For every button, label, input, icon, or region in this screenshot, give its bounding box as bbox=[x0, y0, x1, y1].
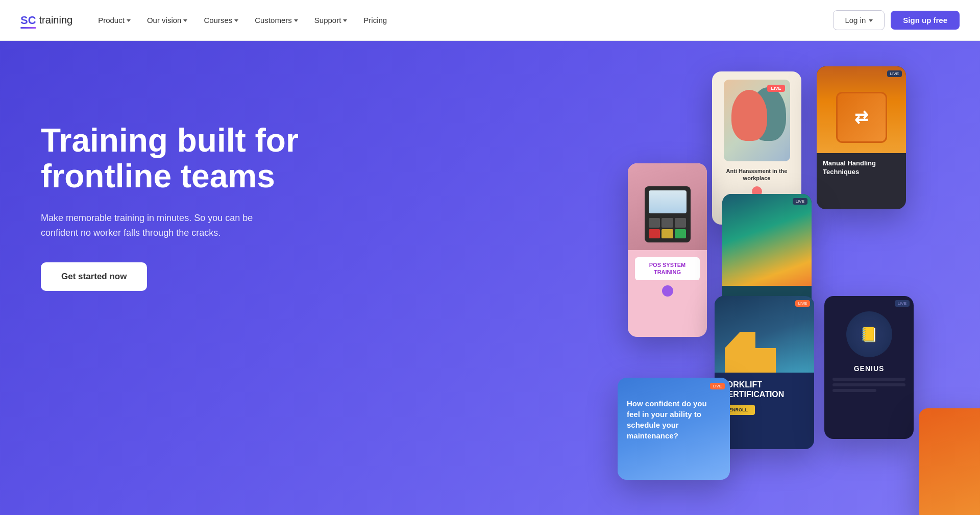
logo[interactable]: SC training bbox=[20, 14, 72, 27]
pos-keypad bbox=[649, 218, 687, 238]
card-pos-dot bbox=[662, 285, 673, 297]
card-warehouse-badge: LIVE bbox=[793, 198, 807, 205]
hero-subtitle: Make memorable training in minutes. So y… bbox=[41, 211, 265, 240]
hero-content: Training built for frontline teams Make … bbox=[41, 92, 327, 291]
head-silhouette-left bbox=[731, 90, 767, 141]
chevron-down-icon bbox=[234, 19, 238, 22]
nav-links: Product Our vision Courses Customers Sup… bbox=[91, 12, 394, 29]
card-quiz-badge: LIVE bbox=[710, 383, 725, 389]
pos-screen bbox=[649, 190, 687, 213]
card-genius-line bbox=[832, 378, 905, 381]
card-pos-system: DRAFT POS SYSTEM TRAINING bbox=[628, 163, 707, 337]
signup-button[interactable]: Sign up free bbox=[891, 11, 960, 30]
card-quiz: LIVE How confident do you feel in your a… bbox=[618, 378, 730, 480]
nav-item-our-vision[interactable]: Our vision bbox=[140, 12, 195, 29]
card-extra bbox=[919, 408, 980, 515]
chevron-down-icon bbox=[294, 19, 298, 22]
get-started-button[interactable]: Get started now bbox=[41, 262, 147, 291]
card-forklift-title: FORKLIFT CERTIFICATION bbox=[722, 380, 807, 399]
chevron-down-icon bbox=[127, 19, 131, 22]
nav-item-product[interactable]: Product bbox=[91, 12, 138, 29]
pos-key bbox=[675, 218, 687, 228]
chevron-down-icon bbox=[869, 19, 873, 22]
notebook-icon: 📒 bbox=[860, 326, 878, 343]
hero-cards: LIVE Anti Harassment in the workplace ⇄ … bbox=[623, 51, 980, 515]
card-genius: LIVE 📒 GENIUS bbox=[824, 296, 914, 439]
card-genius-lines bbox=[824, 373, 914, 400]
card-warehouse-photo: LIVE bbox=[722, 194, 812, 286]
card-pos-bottom: POS SYSTEM TRAINING bbox=[628, 250, 707, 304]
card-pos-photo bbox=[628, 163, 707, 250]
pos-key bbox=[662, 218, 673, 228]
pos-key-green bbox=[675, 229, 687, 239]
card-genius-line bbox=[832, 383, 905, 386]
card-anti-harassment-badge: LIVE bbox=[767, 85, 785, 92]
navbar: SC training Product Our vision Courses C… bbox=[0, 0, 980, 41]
pos-key-yellow bbox=[662, 229, 673, 239]
nav-item-customers[interactable]: Customers bbox=[248, 12, 305, 29]
nav-item-pricing[interactable]: Pricing bbox=[356, 12, 394, 29]
forklift-shape bbox=[725, 332, 776, 373]
card-genius-line bbox=[832, 389, 876, 392]
card-genius-badge: LIVE bbox=[895, 300, 910, 307]
pos-key-red bbox=[649, 229, 660, 239]
card-pos-title: POS SYSTEM TRAINING bbox=[635, 257, 700, 280]
nav-item-support[interactable]: Support bbox=[307, 12, 355, 29]
card-manual-handling-badge: LIVE bbox=[887, 70, 902, 77]
chevron-down-icon bbox=[183, 19, 187, 22]
arrow-icon: ⇄ bbox=[854, 108, 868, 127]
pos-terminal bbox=[645, 186, 691, 242]
card-anti-harassment-title: Anti Harassment in the workplace bbox=[718, 167, 795, 182]
logo-underline bbox=[20, 27, 36, 29]
login-button[interactable]: Log in bbox=[833, 10, 885, 30]
logo-sc: SC bbox=[20, 14, 36, 27]
hero-title: Training built for frontline teams bbox=[41, 122, 327, 194]
card-forklift-badge: LIVE bbox=[795, 300, 810, 307]
pos-key bbox=[649, 218, 660, 228]
card-genius-title: GENIUS bbox=[824, 364, 914, 373]
hero-section: Training built for frontline teams Make … bbox=[0, 41, 980, 515]
card-forklift-photo: LIVE bbox=[715, 296, 814, 373]
navbar-left: SC training Product Our vision Courses C… bbox=[20, 12, 394, 29]
card-manual-handling: ⇄ LIVE Manual Handling Techniques bbox=[817, 66, 906, 209]
logo-training: training bbox=[39, 14, 73, 26]
card-genius-circle: 📒 bbox=[846, 311, 892, 357]
card-anti-harassment-image: LIVE bbox=[724, 80, 790, 161]
chevron-down-icon bbox=[343, 19, 347, 22]
navbar-right: Log in Sign up free bbox=[833, 10, 960, 30]
card-manual-handling-title: Manual Handling Techniques bbox=[817, 153, 906, 183]
card-manual-handling-sign: ⇄ bbox=[836, 92, 887, 143]
nav-item-courses[interactable]: Courses bbox=[197, 12, 246, 29]
card-manual-handling-photo: ⇄ LIVE bbox=[817, 66, 906, 153]
